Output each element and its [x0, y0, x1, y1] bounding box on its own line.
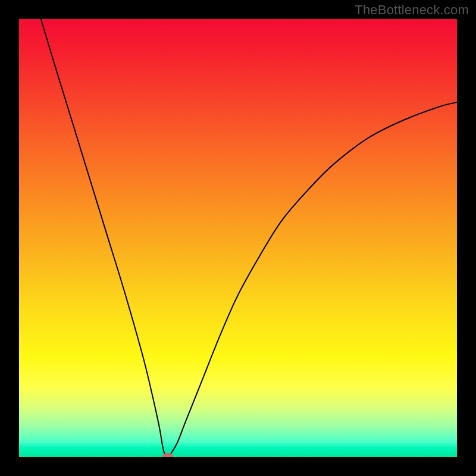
optimal-point-marker	[162, 453, 173, 457]
watermark-label: TheBottleneck.com	[355, 2, 469, 18]
bottleneck-curve	[19, 19, 457, 457]
chart-frame: TheBottleneck.com	[0, 0, 476, 476]
plot-area	[19, 19, 457, 457]
